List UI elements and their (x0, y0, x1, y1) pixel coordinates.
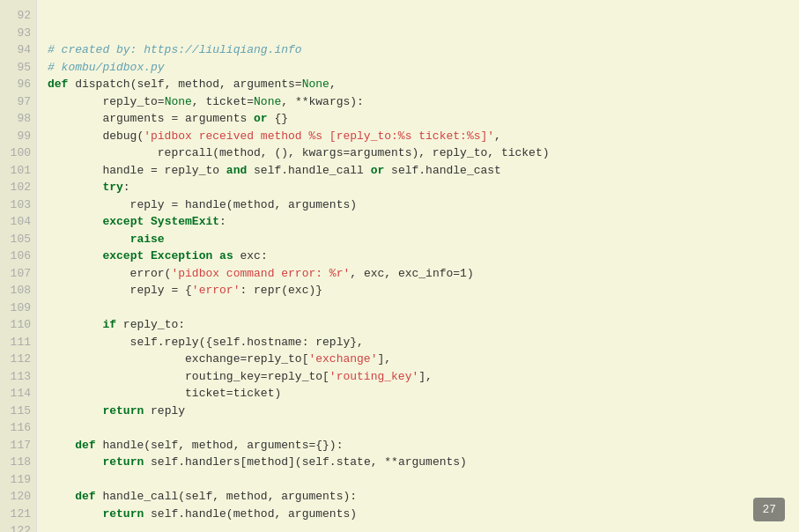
plain-token: self.reply({self.hostname: reply}, (48, 336, 364, 349)
code-line: reprcall(method, (), kwargs=arguments), … (48, 144, 788, 162)
plain-token (48, 181, 102, 194)
code-line: debug('pidbox received method %s [reply_… (48, 128, 788, 145)
line-number: 98 (7, 110, 31, 128)
line-number: 101 (7, 162, 31, 180)
line-number: 104 (7, 213, 31, 231)
line-number: 118 (7, 454, 31, 471)
line-number: 92 (7, 7, 31, 25)
line-number: 103 (7, 196, 31, 214)
line-number: 117 (7, 437, 31, 454)
line-number: 94 (7, 41, 31, 59)
code-line: reply = handle(method, arguments) (48, 196, 788, 214)
plain-token: , exc, exc_info=1) (350, 267, 473, 280)
code-content[interactable]: # created by: https://liuliqiang.info# k… (37, 0, 799, 532)
code-line: except Exception as exc: (48, 248, 788, 265)
code-container: 9293949596979899100101102103104105106107… (0, 0, 799, 532)
code-line: handle = reply_to and self.handle_call o… (48, 162, 788, 180)
line-number: 120 (7, 488, 31, 506)
plain-token: reply (144, 404, 185, 417)
keyword-token: as (219, 249, 233, 262)
string-token: 'pidbox command error: %r' (171, 267, 350, 280)
line-number: 105 (7, 231, 31, 248)
keyword-token: try (102, 181, 122, 194)
code-line: except SystemExit: (48, 213, 788, 231)
plain-token (212, 249, 219, 262)
plain-token: self.handle_cast (384, 164, 501, 177)
exception-class-token: Exception (151, 249, 212, 262)
plain-token: : (219, 215, 226, 228)
code-line (48, 522, 788, 532)
keyword-token: except (102, 215, 144, 228)
plain-token (48, 215, 102, 228)
line-number: 96 (7, 76, 31, 93)
plain-token: arguments = arguments (48, 112, 254, 125)
line-number: 102 (7, 179, 31, 196)
plain-token: : (123, 181, 130, 194)
line-number: 113 (7, 368, 31, 386)
plain-token: {} (268, 112, 288, 125)
code-line: exchange=reply_to['exchange'], (48, 351, 788, 368)
code-line: reply_to=None, ticket=None, **kwargs): (48, 93, 788, 111)
line-number: 95 (7, 59, 31, 77)
plain-token (48, 404, 102, 417)
page-number: 27 (753, 498, 785, 522)
code-line: return self.handlers[method](self.state,… (48, 454, 788, 471)
line-numbers: 9293949596979899100101102103104105106107… (0, 0, 37, 532)
plain-token (144, 215, 151, 228)
keyword-token: def (48, 78, 75, 91)
string-token: 'pidbox received method %s [reply_to:%s … (144, 129, 494, 143)
plain-token: handle(self, method, arguments={}): (96, 439, 344, 452)
comment-token: # created by: https://liuliqiang.info (48, 43, 302, 56)
keyword-token: return (102, 404, 144, 417)
code-line: arguments = arguments or {} (48, 110, 788, 128)
keyword-token: def (75, 439, 95, 452)
code-line: error('pidbox command error: %r', exc, e… (48, 265, 788, 283)
line-number: 111 (7, 334, 31, 351)
plain-token: reply_to= (48, 95, 165, 108)
plain-token: , (329, 78, 337, 91)
line-number: 119 (7, 471, 31, 489)
code-line: try: (48, 179, 788, 196)
line-number: 100 (7, 144, 31, 162)
line-number: 112 (7, 351, 31, 368)
plain-token: self.handlers[method](self.state, **argu… (144, 455, 467, 469)
plain-token: handle = reply_to (48, 164, 226, 177)
code-line: def handle(self, method, arguments={}): (48, 437, 788, 454)
plain-token: , **kwargs): (281, 95, 364, 108)
code-line: ticket=ticket) (48, 385, 788, 403)
keyword-value-token: None (302, 78, 329, 91)
plain-token (48, 490, 75, 503)
code-line: def dispatch(self, method, arguments=Non… (48, 76, 788, 93)
plain-token: routing_key=reply_to[ (48, 370, 329, 383)
comment-token: # kombu/pidbox.py (48, 61, 165, 74)
line-number: 108 (7, 282, 31, 299)
code-line: if reply_to: (48, 316, 788, 334)
keyword-token: or (254, 112, 268, 125)
code-line: def handle_call(self, method, arguments)… (48, 488, 788, 506)
plain-token (144, 249, 151, 262)
plain-token (48, 455, 102, 469)
plain-token: exchange=reply_to[ (48, 352, 308, 366)
line-number: 122 (7, 522, 31, 532)
plain-token: ticket=ticket) (48, 387, 281, 400)
code-line: routing_key=reply_to['routing_key'], (48, 368, 788, 386)
plain-token (48, 507, 102, 521)
string-token: 'error' (192, 284, 240, 297)
code-line: self.reply({self.hostname: reply}, (48, 334, 788, 351)
keyword-token: return (102, 507, 144, 521)
line-number: 110 (7, 316, 31, 334)
plain-token (48, 233, 130, 246)
line-number: 99 (7, 128, 31, 145)
code-line (48, 471, 788, 489)
plain-token: debug( (48, 129, 144, 143)
plain-token (48, 318, 102, 331)
plain-token: dispatch(self, method, arguments= (75, 78, 301, 91)
keyword-value-token: None (165, 95, 192, 108)
line-number: 114 (7, 385, 31, 403)
code-line: return reply (48, 403, 788, 420)
line-number: 115 (7, 403, 31, 420)
code-viewer: 9293949596979899100101102103104105106107… (0, 0, 799, 532)
line-number: 93 (7, 25, 31, 42)
code-line: return self.handle(method, arguments) (48, 506, 788, 523)
plain-token: reply = { (48, 284, 192, 297)
